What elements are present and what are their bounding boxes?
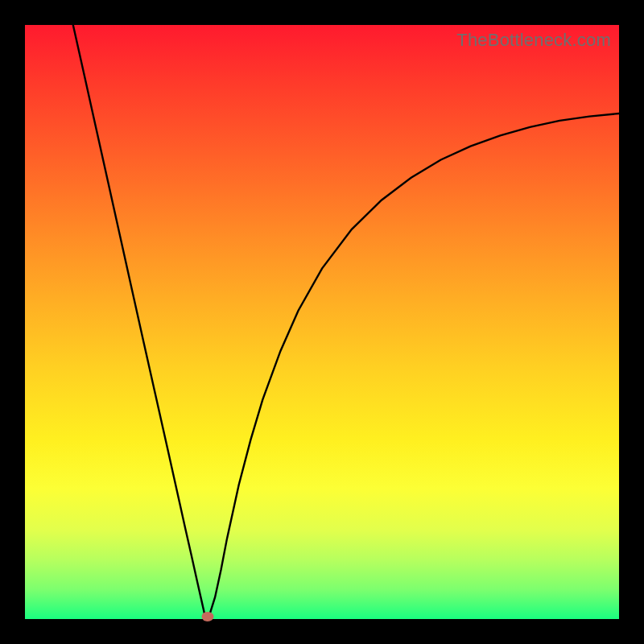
plot-area: TheBottleneck.com bbox=[25, 25, 619, 619]
minimum-marker bbox=[201, 612, 213, 621]
bottleneck-curve bbox=[25, 25, 619, 619]
chart-frame: TheBottleneck.com bbox=[0, 0, 644, 644]
